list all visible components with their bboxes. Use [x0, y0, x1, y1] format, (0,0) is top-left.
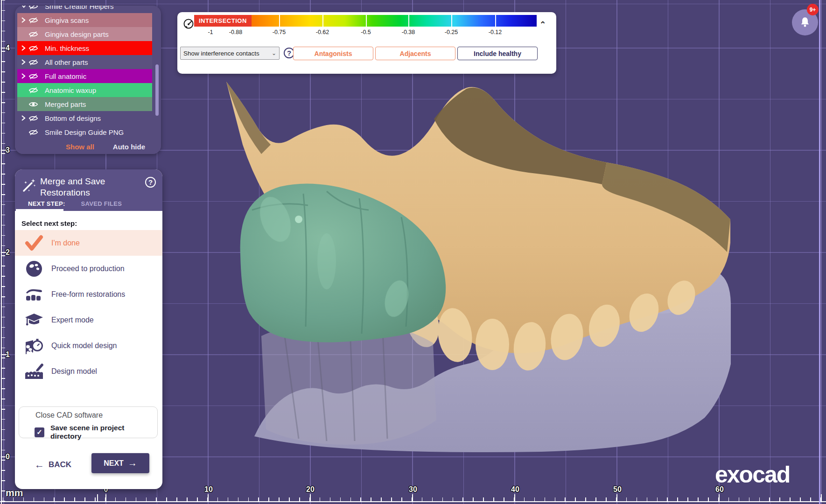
step-label: Quick model design	[51, 342, 117, 350]
ruler-left-axis	[1, 0, 2, 504]
active-tab-underline	[16, 209, 63, 211]
ruler-number: 50	[613, 485, 622, 494]
intersection-colorbar: INTERSECTION	[194, 15, 537, 27]
layer-label: Gingiva scans	[45, 16, 89, 24]
eye-off-icon[interactable]	[28, 115, 41, 122]
lower-jaw-model	[254, 263, 731, 452]
chevron-down-icon: ⌄	[272, 50, 276, 56]
step-label: Proceed to production	[51, 265, 125, 273]
colorbar-tick: -1	[208, 29, 213, 35]
step-expert-mode[interactable]: Expert mode	[15, 307, 162, 333]
merge-save-panel: Merge and Save Restorations ? NEXT STEP:…	[15, 169, 162, 489]
layer-row-full-anatomic[interactable]: Full anatomic	[17, 69, 152, 83]
freeform-icon	[23, 287, 45, 302]
ruler-number: 30	[409, 485, 417, 494]
step-quick-model-design[interactable]: Quick model design	[15, 333, 162, 358]
step-design-model[interactable]: Design model	[15, 358, 162, 384]
chevron-right-icon[interactable]	[21, 73, 28, 79]
eye-off-icon[interactable]	[28, 6, 41, 10]
layer-label: Gingiva design parts	[45, 30, 109, 38]
show-all-button[interactable]: Show all	[66, 143, 94, 151]
layer-row-merged-parts[interactable]: Merged parts	[17, 97, 152, 111]
colorbar-tick: -0.38	[402, 29, 415, 35]
ruler-number: 20	[306, 485, 315, 494]
layer-label: Min. thickness	[45, 44, 89, 52]
step-label: Free-form restorations	[51, 290, 125, 299]
layer-row-all-other-parts[interactable]: All other parts	[17, 55, 152, 69]
ghost-gingiva	[261, 324, 436, 445]
layer-row-smile-design-guide[interactable]: Smile Design Guide PNG	[17, 125, 152, 139]
colorbar-tick: -0.62	[316, 29, 329, 35]
layer-row-gingiva-design-parts[interactable]: Gingiva design parts	[17, 27, 152, 41]
layers-footer: Show all Auto hide	[15, 139, 161, 154]
layer-row-bottom-of-designs[interactable]: Bottom of designs	[17, 111, 152, 125]
step-proceed-to-production[interactable]: Proceed to production	[15, 256, 162, 281]
palate-shadow	[434, 88, 607, 184]
close-cad-box: Close CAD software ✓ Save scene in proje…	[19, 406, 158, 438]
arrow-left-icon: ←	[35, 459, 44, 470]
ruler-number: 4	[6, 44, 10, 52]
checkbox-checked-icon[interactable]: ✓	[35, 427, 44, 437]
colorbar-tick: -0.75	[273, 29, 286, 35]
ruler-number: 40	[511, 485, 519, 494]
next-button[interactable]: NEXT →	[91, 453, 149, 473]
chevron-up-icon[interactable]: ⌃	[539, 20, 546, 29]
tab-saved-files[interactable]: SAVED FILES	[81, 200, 122, 207]
merge-save-header: Merge and Save Restorations ? NEXT STEP:…	[15, 169, 162, 211]
colorbar-tick: -0.88	[229, 29, 243, 35]
step-im-done[interactable]: I'm done	[15, 230, 162, 256]
notification-badge: 9+	[807, 4, 819, 15]
eye-off-icon[interactable]	[28, 17, 41, 24]
panel-title: Merge and Save Restorations	[40, 176, 105, 198]
ruler-number: 0	[6, 453, 10, 461]
layer-row-min-thickness[interactable]: Min. thickness	[17, 41, 152, 55]
waxup-crowns	[240, 183, 446, 342]
help-icon[interactable]: ?	[145, 177, 156, 188]
chevron-right-icon[interactable]	[21, 115, 28, 121]
eye-off-icon[interactable]	[28, 45, 41, 52]
quick-model-icon	[23, 336, 45, 355]
check-icon	[23, 235, 45, 252]
eye-off-icon[interactable]	[28, 59, 41, 66]
colorbar-tick: -0.12	[489, 29, 502, 35]
adjacents-button[interactable]: Adjacents	[375, 47, 455, 60]
tab-next-step[interactable]: NEXT STEP:	[28, 200, 65, 207]
dropdown-value: Show interference contacts	[183, 50, 259, 57]
chevron-right-icon[interactable]	[21, 45, 28, 51]
colorbar-tick: -0.5	[361, 29, 371, 35]
step-free-form-restorations[interactable]: Free-form restorations	[15, 281, 162, 307]
intersection-title: INTERSECTION	[194, 15, 252, 27]
layer-row-anatomic-waxup[interactable]: Anatomic waxup	[17, 83, 152, 97]
layers-scrollbar[interactable]	[155, 64, 159, 116]
upper-jaw-scan	[226, 82, 730, 353]
eye-off-icon[interactable]	[28, 129, 41, 136]
save-scene-label: Save scene in project directory	[50, 424, 157, 441]
back-button[interactable]: ← BACK	[35, 459, 71, 470]
ruler-bottom-major-ticks	[0, 494, 826, 501]
layer-label: All other parts	[45, 58, 88, 66]
colorbar-tick: -0.25	[445, 29, 458, 35]
layer-label: Anatomic waxup	[45, 86, 96, 94]
eye-off-icon[interactable]	[28, 87, 41, 94]
chevron-right-icon[interactable]	[21, 17, 28, 23]
chevron-right-icon[interactable]	[21, 59, 28, 65]
layer-row-gingiva-scans[interactable]: Gingiva scans	[17, 13, 152, 27]
interference-mode-dropdown[interactable]: Show interference contacts ⌄	[180, 47, 280, 60]
gauge-icon	[183, 18, 194, 29]
chevron-down-icon[interactable]	[21, 6, 28, 9]
magic-wand-icon	[21, 177, 37, 194]
layer-label: Smile Creator Helpers	[45, 6, 114, 10]
auto-hide-button[interactable]: Auto hide	[113, 143, 145, 151]
save-scene-checkbox-row[interactable]: ✓ Save scene in project directory	[35, 424, 157, 441]
layer-row-smile-creator-helpers[interactable]: Smile Creator Helpers	[17, 6, 152, 13]
layer-label: Smile Design Guide PNG	[45, 128, 124, 136]
step-label: Design model	[51, 367, 97, 376]
viewport-right-edge-line	[819, 0, 820, 504]
eye-off-icon[interactable]	[28, 73, 41, 80]
eye-off-icon[interactable]	[28, 31, 41, 38]
include-healthy-button[interactable]: Include healthy	[457, 47, 538, 60]
antagonists-button[interactable]: Antagonists	[293, 47, 373, 60]
eye-on-icon[interactable]	[28, 101, 41, 108]
ruler-number: 10	[204, 485, 213, 494]
layer-label: Bottom of designs	[45, 114, 101, 122]
